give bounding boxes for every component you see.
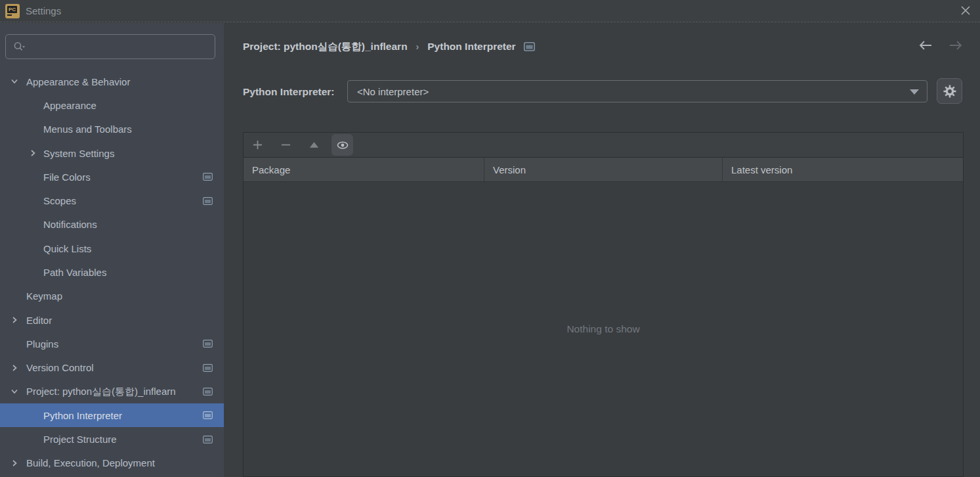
sidebar-item-label: Version Control [26,362,94,373]
remove-package-icon[interactable] [280,139,291,150]
sidebar-item-label: Project Structure [43,434,117,445]
sidebar-item-build-execution-deployment[interactable]: Build, Execution, Deployment [0,451,224,475]
sidebar-item-label: Build, Execution, Deployment [26,457,155,468]
project-scope-icon [203,436,213,443]
interpreter-label: Python Interpreter: [243,86,335,98]
eye-icon [336,140,349,150]
project-scope-icon [203,411,213,419]
settings-tree: Appearance & Behavior Appearance Menus a… [0,70,224,475]
project-scope-icon [203,197,213,205]
sidebar-item-file-colors[interactable]: File Colors [0,165,224,189]
column-header-latest-version[interactable]: Latest version [723,158,963,181]
interpreter-settings-button[interactable] [937,78,962,104]
sidebar-item-label: Notifications [43,219,97,230]
upgrade-package-icon[interactable] [309,139,320,150]
sidebar-item-project[interactable]: Project: python실습(통합)_inflearn [0,380,224,403]
packages-toolbar [244,133,963,157]
sidebar-item-editor[interactable]: Editor [0,308,224,332]
chevron-right-icon[interactable] [10,459,19,468]
project-scope-icon [203,340,213,348]
sidebar-item-plugins[interactable]: Plugins [0,332,224,355]
sidebar-item-label: Appearance [43,100,96,111]
gear-icon [943,84,957,99]
chevron-down-icon[interactable] [10,77,19,86]
sidebar-item-path-variables[interactable]: Path Variables [0,260,224,284]
search-input[interactable] [31,41,215,53]
sidebar-item-label: Project: python실습(통합)_inflearn [26,386,176,398]
chevron-right-icon[interactable] [28,148,37,158]
chevron-right-icon[interactable] [10,315,19,325]
settings-sidebar: Appearance & Behavior Appearance Menus a… [0,23,224,477]
sidebar-item-appearance[interactable]: Appearance [0,93,224,117]
project-scope-icon [203,364,213,372]
breadcrumb-separator: › [416,41,419,52]
sidebar-item-notifications[interactable]: Notifications [0,213,224,237]
sidebar-item-label: Keymap [26,290,62,302]
sidebar-item-quick-lists[interactable]: Quick Lists [0,237,224,260]
sidebar-item-label: Path Variables [43,267,106,278]
packages-panel: Package Version Latest version Nothing t… [243,132,964,477]
interpreter-value: <No interpreter> [357,86,429,97]
chevron-right-icon[interactable] [10,363,19,373]
interpreter-dropdown[interactable]: <No interpreter> [347,80,927,102]
packages-table-header: Package Version Latest version [244,157,963,182]
sidebar-item-scopes[interactable]: Scopes [0,189,224,212]
settings-content: Project: python실습(통합)_inflearn › Python … [224,23,980,477]
chevron-down-icon[interactable] [10,387,19,396]
breadcrumb: Project: python실습(통합)_inflearn › Python … [243,37,535,56]
sidebar-item-version-control[interactable]: Version Control [0,356,224,380]
sidebar-item-label: Plugins [26,338,58,350]
packages-table-body: Nothing to show [244,182,963,476]
column-header-package[interactable]: Package [244,158,484,181]
forward-arrow-icon[interactable] [948,40,964,51]
back-arrow-icon[interactable] [918,40,933,51]
window-title: Settings [26,5,61,16]
sidebar-item-label: Appearance & Behavior [26,76,130,87]
history-nav [918,40,964,51]
close-icon[interactable] [960,5,971,16]
sidebar-item-system-settings[interactable]: System Settings [0,141,224,165]
search-box[interactable] [5,34,215,59]
empty-state-text: Nothing to show [566,323,639,335]
project-scope-icon [203,388,213,396]
sidebar-item-label: Scopes [43,195,76,206]
sidebar-item-label: Python Interpreter [43,410,122,421]
project-scope-icon [203,173,213,181]
column-header-version[interactable]: Version [484,158,723,181]
title-bar: PC Settings [0,0,980,22]
sidebar-item-label: Editor [26,315,52,326]
chevron-down-icon[interactable] [910,89,919,95]
breadcrumb-project[interactable]: Project: python실습(통합)_inflearn [243,40,408,54]
sidebar-item-label: File Colors [43,171,91,183]
sidebar-item-python-interpreter[interactable]: Python Interpreter [0,403,224,427]
sidebar-item-label: System Settings [43,148,114,159]
sidebar-item-keymap[interactable]: Keymap [0,284,224,308]
breadcrumb-page: Python Interpreter [427,41,515,53]
sidebar-item-project-structure[interactable]: Project Structure [0,427,224,451]
project-scope-icon [524,42,535,51]
sidebar-item-appearance-behavior[interactable]: Appearance & Behavior [0,70,224,93]
add-package-icon[interactable] [252,139,263,150]
sidebar-item-label: Menus and Toolbars [43,124,132,135]
sidebar-item-label: Quick Lists [43,243,91,254]
search-icon[interactable] [13,41,26,53]
sidebar-item-menus-toolbars[interactable]: Menus and Toolbars [0,118,224,141]
show-early-releases-button[interactable] [331,134,353,156]
pycharm-logo-icon: PC [5,4,20,18]
